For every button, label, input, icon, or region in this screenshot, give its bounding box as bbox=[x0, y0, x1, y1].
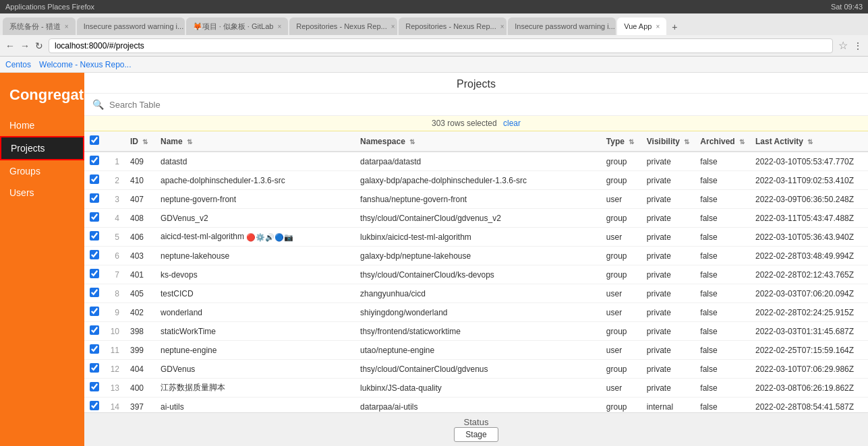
tab-4[interactable]: Repositories - Nexus Rep... × bbox=[399, 18, 507, 35]
row-namespace: thsy/cloud/ContainerCloud/ks-devops bbox=[355, 265, 601, 284]
settings-icon[interactable]: ⋮ bbox=[853, 40, 863, 51]
row-checkbox-cell bbox=[84, 360, 105, 379]
row-visibility: private bbox=[641, 228, 695, 247]
select-all-checkbox[interactable] bbox=[90, 135, 99, 145]
row-number: 10 bbox=[105, 322, 125, 341]
row-name: datastd bbox=[155, 152, 355, 171]
table-row: 6403neptune-lakehousegalaxy-bdp/neptune-… bbox=[84, 247, 868, 265]
stage-button[interactable]: Stage bbox=[454, 427, 498, 442]
nav-bar: ← → ↻ ☆ ⋮ bbox=[0, 35, 868, 57]
row-checkbox[interactable] bbox=[90, 363, 99, 373]
search-icon: 🔍 bbox=[92, 99, 104, 110]
table-row: 5406aicicd-test-ml-algorithm 🔴⚙️🔊🔵📷lukbi… bbox=[84, 228, 868, 247]
main-content: Projects 🔍 303 rows selected clear bbox=[84, 73, 868, 446]
close-icon[interactable]: × bbox=[277, 23, 281, 30]
row-type: user bbox=[601, 341, 641, 360]
row-namespace: thsy/frontend/staticworktime bbox=[355, 322, 601, 341]
row-checkbox[interactable] bbox=[90, 212, 99, 222]
row-type: group bbox=[601, 322, 641, 341]
forward-button[interactable]: → bbox=[20, 40, 30, 51]
header-id[interactable]: ID ⇅ bbox=[125, 131, 155, 152]
row-namespace: galaxy-bdp/apache-dolphinscheduler-1.3.6… bbox=[355, 171, 601, 190]
row-archived: false bbox=[695, 379, 750, 397]
tab-6[interactable]: Vue App × bbox=[617, 18, 666, 35]
row-number: 2 bbox=[105, 171, 125, 190]
url-bar[interactable] bbox=[49, 38, 833, 53]
row-name: ai-utils bbox=[155, 397, 355, 413]
tab-2[interactable]: 🦊 项目 · 似象板 · GitLab × bbox=[186, 18, 289, 35]
sidebar-item-projects[interactable]: Projects bbox=[0, 136, 84, 160]
table-row: 14397ai-utilsdatarpaa/ai-utilsgroupinter… bbox=[84, 397, 868, 413]
row-checkbox[interactable] bbox=[90, 269, 99, 278]
row-checkbox[interactable] bbox=[90, 344, 99, 354]
clear-selection-link[interactable]: clear bbox=[503, 119, 521, 128]
back-button[interactable]: ← bbox=[5, 40, 15, 51]
row-visibility: private bbox=[641, 247, 695, 265]
row-checkbox[interactable] bbox=[90, 174, 99, 184]
close-icon[interactable]: × bbox=[500, 23, 504, 30]
row-visibility: internal bbox=[641, 397, 695, 413]
tab-1[interactable]: Insecure password warning i... × bbox=[77, 18, 185, 35]
page-title: Projects bbox=[84, 73, 868, 94]
row-checkbox[interactable] bbox=[90, 288, 99, 297]
row-last-activity: 2022-03-10T05:53:47.770Z bbox=[750, 152, 868, 171]
sort-activity-icon[interactable]: ⇅ bbox=[807, 138, 813, 146]
header-archived[interactable]: Archived ⇅ bbox=[695, 131, 750, 152]
row-visibility: private bbox=[641, 341, 695, 360]
header-visibility[interactable]: Visibility ⇅ bbox=[641, 131, 695, 152]
bookmark-nexus[interactable]: Welcome - Nexus Repo... bbox=[39, 60, 132, 69]
sort-type-icon[interactable]: ⇅ bbox=[629, 138, 634, 146]
sort-name-icon[interactable]: ⇅ bbox=[187, 138, 192, 146]
bookmarks-bar: Centos Welcome - Nexus Repo... bbox=[0, 57, 868, 73]
header-name[interactable]: Name ⇅ bbox=[155, 131, 355, 152]
tab-5[interactable]: Insecure password warning i... × bbox=[508, 18, 616, 35]
row-checkbox[interactable] bbox=[90, 156, 99, 165]
row-type: group bbox=[601, 397, 641, 413]
close-icon[interactable]: × bbox=[391, 23, 395, 30]
sidebar-item-home[interactable]: Home bbox=[0, 115, 84, 136]
row-checkbox[interactable] bbox=[90, 401, 99, 410]
sort-archived-icon[interactable]: ⇅ bbox=[739, 138, 745, 146]
row-namespace: lukbinx/aicicd-test-ml-algorithm bbox=[355, 228, 601, 247]
sidebar-item-users[interactable]: Users bbox=[0, 182, 84, 203]
close-icon[interactable]: × bbox=[65, 23, 69, 30]
bookmark-star-icon[interactable]: ☆ bbox=[838, 39, 848, 52]
row-number: 9 bbox=[105, 303, 125, 322]
row-checkbox[interactable] bbox=[90, 231, 99, 241]
selection-info: 303 rows selected clear bbox=[84, 116, 868, 131]
sort-id-icon[interactable]: ⇅ bbox=[142, 138, 148, 146]
row-visibility: private bbox=[641, 379, 695, 397]
sort-visibility-icon[interactable]: ⇅ bbox=[684, 138, 689, 146]
sidebar-item-groups[interactable]: Groups bbox=[0, 160, 84, 182]
header-rownum bbox=[105, 131, 125, 152]
row-number: 14 bbox=[105, 397, 125, 413]
close-icon[interactable]: × bbox=[656, 23, 660, 30]
search-input[interactable] bbox=[109, 100, 860, 110]
row-checkbox[interactable] bbox=[90, 193, 99, 203]
row-archived: false bbox=[695, 397, 750, 413]
tab-3[interactable]: Repositories - Nexus Rep... × bbox=[289, 18, 397, 35]
new-tab-button[interactable]: + bbox=[668, 19, 681, 35]
bookmark-centos[interactable]: Centos bbox=[5, 60, 31, 69]
row-type: group bbox=[601, 171, 641, 190]
row-checkbox[interactable] bbox=[90, 325, 99, 335]
row-name: aicicd-test-ml-algorithm 🔴⚙️🔊🔵📷 bbox=[155, 228, 355, 247]
header-last-activity[interactable]: Last Activity ⇅ bbox=[750, 131, 868, 152]
row-checkbox[interactable] bbox=[90, 250, 99, 259]
row-type: group bbox=[601, 209, 641, 228]
header-namespace[interactable]: Namespace ⇅ bbox=[355, 131, 601, 152]
tab-0[interactable]: 系统备份 - 猎道 × bbox=[3, 18, 76, 35]
row-checkbox[interactable] bbox=[90, 382, 99, 391]
row-checkbox-cell bbox=[84, 209, 105, 228]
table-body: 1409datastddatarpaa/datastdgroupprivatef… bbox=[84, 152, 868, 412]
header-type[interactable]: Type ⇅ bbox=[601, 131, 641, 152]
row-checkbox-cell bbox=[84, 190, 105, 209]
reload-button[interactable]: ↻ bbox=[35, 40, 43, 51]
sort-namespace-icon[interactable]: ⇅ bbox=[409, 138, 415, 146]
projects-table-container: ID ⇅ Name ⇅ Namespace ⇅ Type bbox=[84, 131, 868, 412]
row-checkbox[interactable] bbox=[90, 307, 99, 316]
row-archived: false bbox=[695, 341, 750, 360]
row-type: group bbox=[601, 265, 641, 284]
row-number: 5 bbox=[105, 228, 125, 247]
table-row: 2410apache-dolphinscheduler-1.3.6-srcgal… bbox=[84, 171, 868, 190]
